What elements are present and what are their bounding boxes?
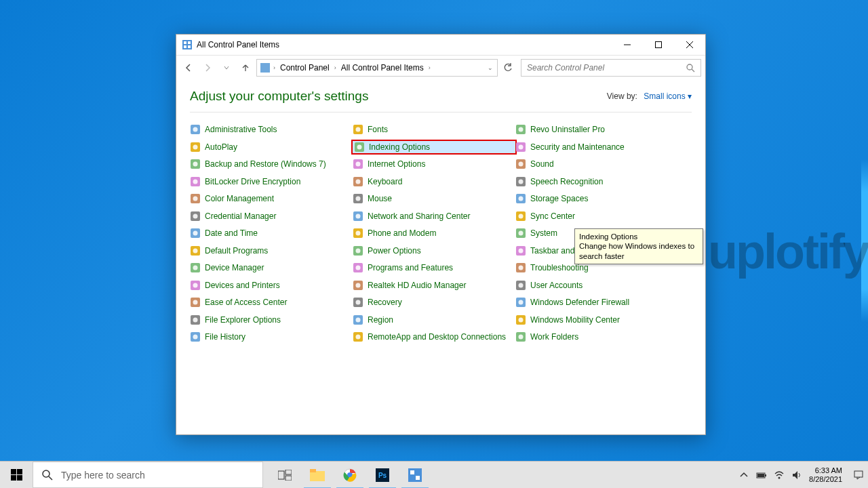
recent-chevron-icon[interactable] [218,60,235,76]
start-button[interactable] [0,462,33,488]
control-panel-item[interactable]: File History [190,331,353,343]
task-view-button[interactable] [269,462,301,489]
battery-icon[interactable] [756,470,767,481]
control-panel-item[interactable]: Fonts [353,123,515,136]
control-panel-item[interactable]: User Accounts [515,279,678,291]
search-bar[interactable] [521,59,701,77]
photoshop-taskbar[interactable]: Ps [366,462,399,489]
control-panel-item[interactable]: Date and Time [190,227,353,239]
control-panel-item[interactable]: Phone and Modem [353,227,515,239]
item-icon [190,245,201,256]
control-panel-item[interactable]: Default Programs [190,245,353,257]
control-panel-item[interactable]: Windows Defender Firewall [515,296,678,308]
search-icon [686,63,695,73]
volume-icon[interactable] [791,470,802,481]
control-panel-item[interactable]: Indexing Options [351,140,517,155]
control-panel-item[interactable]: Power Options [353,245,515,257]
control-panel-item[interactable]: Ease of Access Center [190,296,353,308]
control-panel-item[interactable]: Device Manager [190,262,353,274]
svg-point-25 [519,144,524,149]
control-panel-item[interactable]: Mouse [353,192,515,205]
tray-chevron-up-icon[interactable] [738,470,749,481]
control-panel-item[interactable]: Windows Mobility Center [515,314,678,326]
item-icon [515,245,526,256]
item-label: Color Management [205,194,274,203]
item-icon [190,124,201,135]
up-button[interactable] [237,60,254,76]
file-explorer-taskbar[interactable] [301,462,334,489]
control-panel-item[interactable]: Region [353,314,515,326]
control-panel-item[interactable]: RemoteApp and Desktop Connections [353,331,515,343]
item-label: Phone and Modem [368,228,436,238]
view-by-dropdown[interactable]: Small icons ▾ [644,92,692,101]
control-panel-item[interactable]: Administrative Tools [190,123,353,136]
control-panel-item[interactable]: Realtek HD Audio Manager [353,279,515,291]
control-panel-item[interactable]: Internet Options [353,158,515,170]
svg-point-39 [193,197,198,201]
chevron-right-icon[interactable]: › [272,64,277,71]
view-by-label: View by: [607,92,637,101]
chevron-right-icon[interactable]: › [427,64,432,71]
address-bar[interactable]: › Control Panel › All Control Panel Item… [256,59,498,77]
item-label: Administrative Tools [205,125,277,134]
control-panel-item[interactable]: Programs and Features [353,262,515,274]
control-panel-item[interactable]: Sound [515,158,678,170]
maximize-button[interactable] [643,35,674,55]
item-icon [353,211,363,222]
minimize-button[interactable] [612,35,643,55]
svg-point-43 [519,197,524,201]
item-icon [354,142,365,152]
control-panel-item[interactable]: File Explorer Options [190,314,353,326]
control-panel-item[interactable]: Sync Center [515,210,678,222]
svg-rect-94 [11,475,16,481]
control-panel-item[interactable]: Keyboard [353,176,515,188]
item-label: Devices and Printers [205,281,280,290]
item-icon [353,193,363,204]
svg-point-61 [519,248,524,253]
nav-toolbar: › Control Panel › All Control Panel Item… [176,55,705,79]
breadcrumb-segment[interactable]: Control Panel [278,63,332,73]
control-panel-item[interactable]: Color Management [190,192,353,205]
control-panel-item[interactable]: Work Folders [515,331,678,343]
chrome-taskbar[interactable] [334,462,366,489]
chevron-down-icon[interactable]: ⌄ [486,64,494,71]
forward-button[interactable] [199,60,216,76]
svg-rect-10 [262,64,264,67]
back-button[interactable] [180,60,197,76]
item-label: Date and Time [205,228,258,238]
divider [190,112,692,113]
control-panel-item[interactable]: Backup and Restore (Windows 7) [190,158,353,170]
control-panel-item[interactable]: Revo Uninstaller Pro [515,123,678,136]
notifications-icon[interactable] [853,470,864,481]
control-panel-item[interactable]: BitLocker Drive Encryption [190,176,353,188]
refresh-button[interactable] [500,59,515,77]
item-label: Windows Defender Firewall [530,298,629,307]
control-panel-taskbar[interactable] [399,462,431,489]
svg-point-15 [193,127,198,132]
close-button[interactable] [674,35,705,55]
taskbar: Type here to search Ps 6:33 AM8/28/2021 [0,461,868,488]
control-panel-item[interactable]: Recovery [353,296,515,308]
item-icon [515,228,526,239]
control-panel-item[interactable]: AutoPlay [190,141,353,153]
wifi-icon[interactable] [774,470,785,481]
item-label: Sync Center [530,211,575,221]
taskbar-search[interactable]: Type here to search [33,462,263,488]
control-panel-item[interactable]: Credential Manager [190,210,353,222]
item-label: Security and Maintenance [530,142,625,152]
svg-point-33 [193,179,198,184]
control-panel-item[interactable]: Security and Maintenance [515,141,678,153]
breadcrumb-segment[interactable]: All Control Panel Items [339,63,426,73]
control-panel-item[interactable]: Network and Sharing Center [353,210,515,222]
control-panel-item[interactable]: Speech Recognition [515,176,678,188]
svg-point-23 [357,144,362,149]
clock[interactable]: 6:33 AM8/28/2021 [809,466,846,483]
control-panel-item[interactable]: Devices and Printers [190,279,353,291]
search-input[interactable] [527,63,686,73]
svg-rect-11 [266,68,269,71]
chevron-right-icon[interactable]: › [333,64,338,71]
item-icon [190,176,201,187]
control-panel-item[interactable]: Storage Spaces [515,192,678,205]
item-label: Keyboard [368,177,402,186]
svg-point-79 [519,300,524,305]
